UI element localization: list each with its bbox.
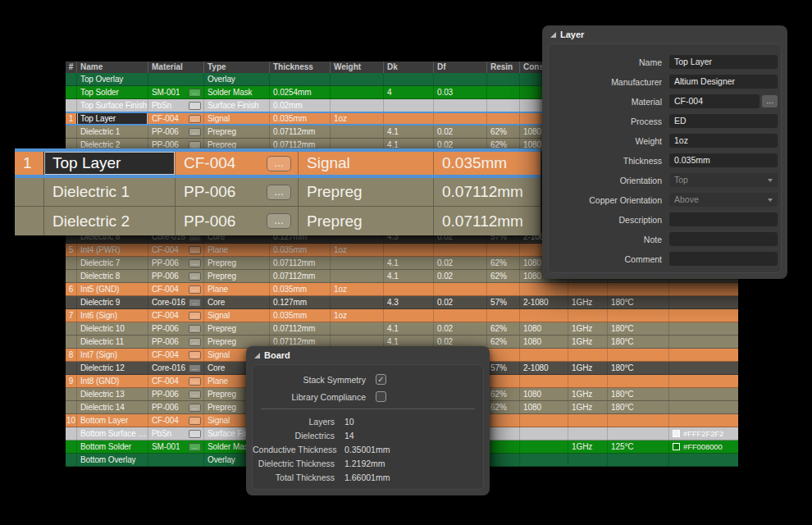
material-browse-button[interactable]: … (189, 364, 201, 372)
temp-cell: 180°C (607, 322, 668, 335)
material-browse-button[interactable]: … (267, 185, 291, 200)
color-cell (668, 362, 738, 374)
field-row-process: ProcessED (549, 114, 781, 128)
column-header-material[interactable]: Material (148, 62, 203, 73)
material-browse-button[interactable]: … (189, 338, 201, 346)
num-cell (66, 126, 76, 138)
color-cell: #FFF2F2F2 (668, 427, 738, 440)
field-input-comment[interactable] (669, 252, 778, 266)
column-header-dk[interactable]: Dk (383, 62, 433, 73)
field-input-manufacturer[interactable]: Altium Designer (669, 75, 778, 89)
layer-name-cell: Dielectric 1 (43, 178, 175, 206)
board-panel-header[interactable]: Board (254, 350, 290, 360)
field-label-name: Name (549, 57, 662, 67)
name-cell: Int7 (Sign) (76, 349, 148, 361)
stat-value-dielectric-thickness: 1.2192mm (344, 459, 385, 468)
material-browse-button[interactable]: … (189, 128, 201, 136)
material-browse-button[interactable]: … (189, 417, 201, 425)
layer-properties-panel: Layer NameTop LayerManufacturerAltium De… (542, 25, 787, 279)
num-cell: 10 (66, 414, 76, 427)
material-browse-button[interactable]: … (189, 299, 201, 307)
material-browse-button[interactable]: … (189, 141, 201, 149)
constr-cell: 1080 (519, 322, 568, 335)
stat-label-dielectrics: Dielectrics (253, 431, 335, 441)
layer-row-int5-gnd[interactable]: 6Int5 (GND)CF-004…Plane0.035mm1oz (66, 283, 738, 296)
material-browse-button[interactable]: … (189, 272, 201, 281)
thk-cell: 0.02mm (269, 99, 330, 112)
layer-panel-header[interactable]: Layer (550, 30, 584, 39)
column-header-weight[interactable]: Weight (330, 62, 383, 73)
temp-cell: 180°C (607, 401, 668, 413)
material-browse-button[interactable]: … (189, 430, 201, 438)
wt-cell (330, 322, 383, 335)
wt-cell (330, 73, 383, 85)
magnified-row-dielectric-1[interactable]: Dielectric 1PP-006…Prepreg0.07112mm (15, 178, 541, 207)
column-header-thickness[interactable]: Thickness (269, 62, 330, 73)
constr-cell (519, 427, 568, 440)
material-cell: PP-006… (148, 257, 203, 269)
material-value: CF-004 (152, 112, 179, 125)
temp-cell (607, 375, 668, 387)
board-stats-group: Layers10Dielectrics14Conductive Thicknes… (253, 414, 483, 484)
field-input-weight[interactable]: 1oz (669, 134, 778, 148)
material-browse-button[interactable]: … (189, 351, 201, 359)
field-input-process[interactable]: ED (669, 114, 778, 128)
material-browse-button[interactable]: … (189, 102, 201, 110)
column-header-type[interactable]: Type (203, 62, 269, 73)
layer-row-int6-sign[interactable]: 7Int6 (Sign)CF-004…Signal0.035mm1oz (66, 309, 738, 322)
field-select-orientation[interactable]: Top (669, 173, 778, 187)
material-browse-button[interactable]: … (189, 89, 201, 97)
collapse-triangle-icon (254, 353, 260, 358)
dk-cell (383, 112, 433, 125)
column-header-[interactable]: # (66, 62, 76, 73)
browse-button[interactable]: … (762, 95, 778, 107)
field-input-material[interactable]: CF-004 (669, 94, 760, 108)
df-cell (433, 309, 486, 322)
layer-name-editor[interactable]: Top Layer (76, 112, 148, 125)
material-browse-button[interactable]: … (189, 259, 201, 267)
field-input-thickness[interactable]: 0.035mm (669, 153, 778, 167)
field-input-note[interactable] (669, 232, 778, 246)
field-input-name[interactable]: Top Layer (669, 55, 778, 69)
name-cell: Bottom Layer (76, 414, 148, 427)
material-browse-button[interactable]: … (189, 443, 201, 451)
resin-cell: 62% (486, 401, 519, 413)
layer-name-editor[interactable]: Top Layer (43, 152, 175, 175)
material-browse-button[interactable]: … (189, 312, 201, 320)
magnified-row-dielectric-2[interactable]: Dielectric 2PP-006…Prepreg0.07112mm (15, 207, 541, 235)
name-cell: Bottom Overlay (76, 454, 148, 466)
magnified-row-top-layer[interactable]: 1Top LayerCF-004…Signal0.035mm (15, 152, 541, 178)
chevron-down-icon (768, 199, 773, 202)
num-cell (66, 441, 76, 453)
checkbox-stack-symmetry[interactable]: ✓ (376, 374, 386, 385)
checkbox-library-compliance[interactable] (376, 391, 386, 402)
material-value: CF-004 (184, 152, 235, 175)
material-browse-button[interactable]: … (189, 390, 201, 399)
num-cell (66, 99, 76, 112)
stat-row-dielectrics: Dielectrics14 (253, 428, 483, 442)
material-browse-button[interactable]: … (189, 377, 201, 386)
layer-row-dielectric-9[interactable]: Dielectric 9Core-016…Core0.127mm4.30.025… (66, 296, 738, 309)
material-browse-button[interactable]: … (267, 213, 291, 229)
material-browse-button[interactable]: … (267, 156, 291, 171)
column-header-name[interactable]: Name (76, 62, 148, 73)
material-cell: SM-001… (148, 86, 203, 98)
material-browse-button[interactable]: … (189, 246, 201, 254)
field-label-manufacturer: Manufacturer (549, 77, 662, 87)
layer-row-dielectric-10[interactable]: Dielectric 10PP-006…Prepreg0.07112mm4.10… (66, 322, 738, 336)
resin-cell (486, 427, 519, 440)
field-input-description[interactable] (669, 212, 778, 226)
material-browse-button[interactable]: … (189, 115, 201, 123)
column-header-resin[interactable]: Resin (486, 62, 519, 73)
field-select-copper-orientation[interactable]: Above (669, 193, 778, 207)
name-cell: Int8 (GND) (76, 375, 148, 387)
type-cell: Prepreg (203, 126, 269, 138)
resin-cell: 62% (486, 257, 519, 269)
df-cell (433, 283, 486, 295)
material-browse-button[interactable]: … (189, 325, 201, 333)
num-cell (66, 388, 76, 400)
resin-cell (486, 283, 519, 295)
column-header-df[interactable]: Df (433, 62, 486, 73)
material-browse-button[interactable]: … (189, 404, 201, 412)
material-browse-button[interactable]: … (189, 285, 201, 294)
